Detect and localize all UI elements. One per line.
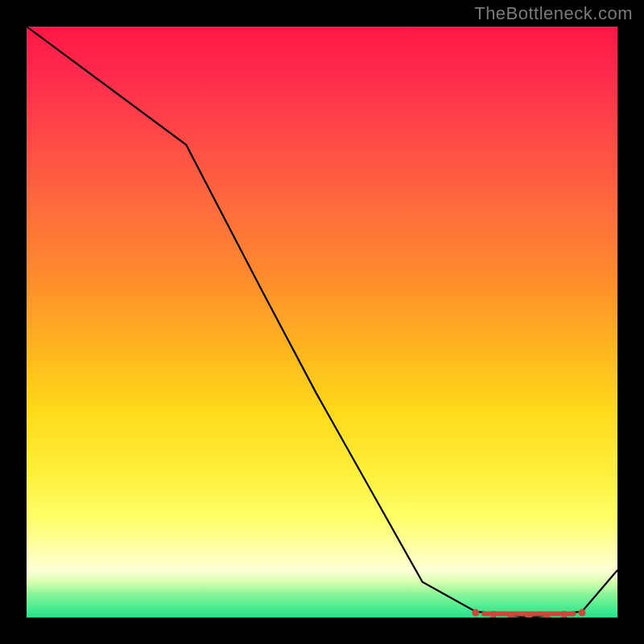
plot-area	[27, 27, 617, 617]
curve-line	[27, 27, 617, 617]
attribution-text: TheBottleneck.com	[474, 3, 633, 24]
svg-point-1	[472, 609, 479, 617]
chart-container: TheBottleneck.com	[0, 0, 644, 644]
line-chart-svg	[27, 27, 617, 617]
valley-markers	[472, 609, 585, 617]
svg-point-7	[579, 609, 586, 617]
